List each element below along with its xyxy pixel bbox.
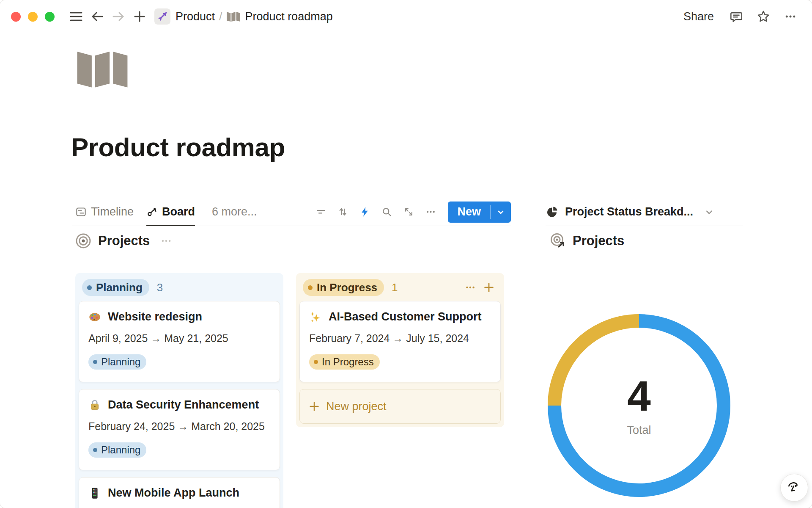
status-donut-chart: 4 Total <box>546 312 732 499</box>
card-title: Website redesign <box>108 310 202 323</box>
expand-icon <box>403 206 414 218</box>
new-project-label: New project <box>326 400 387 413</box>
new-tab-button[interactable] <box>130 7 149 26</box>
more-options-icon <box>160 235 173 247</box>
more-options-icon <box>425 206 436 218</box>
tab-timeline[interactable]: Timeline <box>72 198 137 226</box>
dart-icon <box>154 8 170 25</box>
sparkles-icon <box>309 311 322 323</box>
breadcrumb-item-current[interactable]: Product roadmap <box>227 10 333 23</box>
plus-icon <box>483 282 495 293</box>
column-in-progress-cards: AI-Based Customer Support February 7, 20… <box>299 301 501 382</box>
card-dates: April 9, 2025 → May 21, 2025 <box>88 332 270 345</box>
card-ai-based-customer-support[interactable]: AI-Based Customer Support February 7, 20… <box>299 301 501 382</box>
chevron-down-icon <box>496 207 506 217</box>
page-title[interactable]: Product roadmap <box>71 132 285 162</box>
filter-button[interactable] <box>311 202 330 222</box>
comments-button[interactable] <box>727 7 746 26</box>
card-status-badge: Planning <box>88 442 146 458</box>
kanban-board: Planning 3 Website redesign April 9, 202… <box>75 273 504 508</box>
comment-bubble-icon <box>730 10 743 23</box>
new-dropdown-button[interactable] <box>491 202 511 223</box>
automations-button[interactable] <box>355 202 374 222</box>
page-options-button[interactable] <box>781 7 800 26</box>
status-badge-in-progress[interactable]: In Progress <box>303 279 384 296</box>
back-arrow-icon <box>91 11 104 22</box>
forward-arrow-icon <box>112 11 125 22</box>
column-planning: Planning 3 Website redesign April 9, 202… <box>75 273 283 508</box>
forward-button[interactable] <box>109 7 128 26</box>
more-views-button[interactable]: 6 more... <box>209 205 260 219</box>
breadcrumb-current-label: Product roadmap <box>245 10 333 23</box>
back-button[interactable] <box>88 7 107 26</box>
minimize-window-button[interactable] <box>28 12 38 22</box>
share-button[interactable]: Share <box>678 10 720 23</box>
card-dates: February 7, 2024 → July 15, 2024 <box>309 332 491 345</box>
mobile-phone-icon <box>88 487 101 500</box>
board-section-title[interactable]: Projects <box>98 233 150 248</box>
card-title: AI-Based Customer Support <box>329 310 482 323</box>
breadcrumb-product-label: Product <box>176 10 215 23</box>
card-data-security-enhancement[interactable]: Data Security Enhancement February 24, 2… <box>79 389 280 470</box>
target-arrow-icon <box>550 233 566 249</box>
card-status-badge: Planning <box>88 354 146 370</box>
status-label: In Progress <box>317 281 377 294</box>
search-button[interactable] <box>377 202 396 222</box>
chart-section-title[interactable]: Projects <box>573 233 624 248</box>
window-controls <box>11 12 55 22</box>
column-options-button[interactable] <box>462 279 479 296</box>
pie-chart-icon <box>546 206 558 218</box>
favorite-button[interactable] <box>754 7 773 26</box>
board-section-header: Projects <box>75 233 173 249</box>
status-dot <box>93 360 97 364</box>
new-button-group: New <box>448 202 511 223</box>
donut-total-label: Total <box>627 424 651 437</box>
plus-icon <box>308 400 320 412</box>
status-label: Planning <box>101 356 140 368</box>
tab-board[interactable]: Board <box>143 198 198 226</box>
fullscreen-window-button[interactable] <box>45 12 55 22</box>
chevron-down-icon <box>703 206 715 218</box>
new-project-button[interactable]: New project <box>299 389 501 424</box>
timeline-view-icon <box>75 206 87 218</box>
status-label: Planning <box>96 281 143 294</box>
column-add-card-button[interactable] <box>480 279 497 296</box>
lock-icon <box>88 399 101 411</box>
plus-icon <box>134 11 145 22</box>
expand-button[interactable] <box>399 202 418 222</box>
new-button[interactable]: New <box>448 202 490 223</box>
palette-icon <box>88 311 101 323</box>
status-badge-planning[interactable]: Planning <box>82 279 149 296</box>
column-planning-header: Planning 3 <box>79 277 280 298</box>
topbar-actions: Share <box>678 7 801 26</box>
page-icon-map[interactable] <box>75 48 129 89</box>
chart-view-dropdown-button[interactable] <box>703 206 715 218</box>
notion-window: Product / Product roadmap Share Product … <box>0 0 812 508</box>
card-status-badge: In Progress <box>309 354 380 370</box>
status-dot <box>308 285 313 290</box>
status-dot <box>314 360 318 364</box>
card-new-mobile-app-launch[interactable]: New Mobile App Launch May 1, 2025 → May … <box>79 477 280 508</box>
chart-view-title: Project Status Breakd... <box>565 205 693 218</box>
more-options-icon <box>784 10 797 23</box>
sort-button[interactable] <box>333 202 352 222</box>
map-icon <box>227 11 240 22</box>
view-toolbar: New <box>311 202 511 223</box>
breadcrumb-separator: / <box>219 10 222 23</box>
breadcrumb-item-product[interactable]: Product <box>154 8 215 25</box>
close-window-button[interactable] <box>11 12 21 22</box>
card-website-redesign[interactable]: Website redesign April 9, 2025 → May 21,… <box>79 301 280 382</box>
donut-center: 4 Total <box>546 312 732 499</box>
view-options-button[interactable] <box>421 202 440 222</box>
card-dates: February 24, 2025 → March 20, 2025 <box>88 420 270 433</box>
chart-section-header: Projects <box>550 233 624 249</box>
sidebar-toggle-button[interactable] <box>67 7 85 26</box>
column-in-progress-header: In Progress 1 <box>299 277 501 298</box>
status-label: Planning <box>101 444 140 456</box>
status-dot <box>87 285 92 290</box>
notion-ai-button[interactable] <box>780 474 808 502</box>
board-section-options-button[interactable] <box>160 235 173 247</box>
column-count: 3 <box>157 281 163 294</box>
status-label: In Progress <box>322 356 374 368</box>
chart-view-header[interactable]: Project Status Breakd... <box>546 198 743 226</box>
